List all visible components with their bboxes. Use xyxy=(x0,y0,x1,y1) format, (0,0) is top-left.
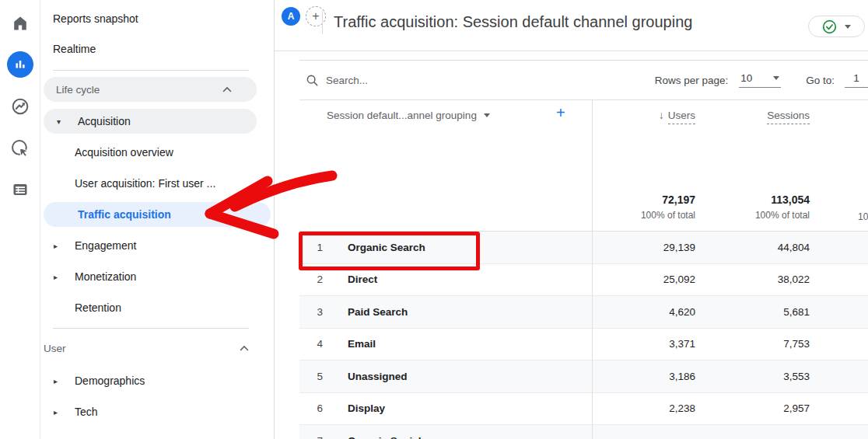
go-to-input[interactable]: 1 xyxy=(845,72,868,88)
search-input[interactable]: Search... xyxy=(326,75,368,86)
column-header-label: Users xyxy=(668,110,695,124)
column-header-label: Sessions xyxy=(767,110,810,124)
page-title: Traffic acquisition: Session default cha… xyxy=(334,13,692,31)
row-sessions: 2,957 xyxy=(783,402,810,414)
totals-sessions: 113,054 100% of total xyxy=(755,193,810,221)
totals-users: 72,197 100% of total xyxy=(641,193,695,221)
reports-sidebar: Reports snapshot Realtime Life cycle ▾ A… xyxy=(40,0,275,439)
advertising-icon xyxy=(10,138,30,159)
go-to-label: Go to: xyxy=(806,75,835,86)
totals-sessions-value: 113,054 xyxy=(755,193,810,206)
table-row[interactable]: 7 Organic Social xyxy=(299,425,868,439)
rail-item-reports[interactable] xyxy=(0,51,40,78)
row-channel: Organic Search xyxy=(348,242,425,253)
sidebar-item-acquisition-overview[interactable]: Acquisition overview xyxy=(40,140,274,165)
sidebar-item-tech[interactable]: ▸Tech xyxy=(40,399,274,424)
expand-triangle-icon: ▸ xyxy=(54,273,63,281)
row-channel: Direct xyxy=(348,274,377,285)
table-row[interactable]: 3 Paid Search 4,620 5,681 xyxy=(299,296,868,329)
table-row[interactable]: 2 Direct 25,092 38,022 xyxy=(299,264,868,297)
totals-clipped-column: 10 xyxy=(858,211,868,222)
row-rank: 2 xyxy=(299,274,323,285)
sidebar-item-label: Acquisition xyxy=(78,115,131,127)
rows-per-page-label: Rows per page: xyxy=(655,75,729,86)
table-toolbar: Search... Rows per page: 10 Go to: 1 xyxy=(299,61,868,100)
app-rail xyxy=(0,0,40,439)
sidebar-item-label: Acquisition overview xyxy=(75,146,173,159)
section-label: Life cycle xyxy=(56,84,100,96)
rail-item-advertising[interactable] xyxy=(0,138,40,159)
sidebar-item-label: Engagement xyxy=(75,239,136,252)
table-row[interactable]: 1 Organic Search 29,139 44,804 xyxy=(299,232,868,264)
column-header-users[interactable]: ↓ Users xyxy=(659,110,695,124)
sidebar-item-label: Monetization xyxy=(75,270,136,283)
rows-per-page-value: 10 xyxy=(740,72,752,84)
data-quality-dropdown[interactable] xyxy=(808,16,865,37)
sidebar-item-realtime[interactable]: Realtime xyxy=(40,37,274,61)
dimension-header-dropdown[interactable]: Session default...annel grouping xyxy=(327,110,490,121)
totals-users-value: 72,197 xyxy=(641,193,695,206)
rail-item-home[interactable] xyxy=(0,14,40,33)
chevron-down-icon xyxy=(845,25,851,29)
collapse-triangle-icon: ▾ xyxy=(57,117,66,126)
expand-triangle-icon: ▸ xyxy=(54,377,63,385)
sidebar-section-life-cycle[interactable]: Life cycle xyxy=(44,77,257,102)
sidebar-item-label-active: Traffic acquisition xyxy=(78,208,171,221)
row-channel: Display xyxy=(348,402,385,414)
row-rank: 7 xyxy=(299,435,323,439)
dimension-header-label: Session default...annel grouping xyxy=(327,110,477,121)
chevron-down-icon xyxy=(484,113,490,117)
add-comparison-button[interactable]: + xyxy=(306,6,326,26)
table-row[interactable]: 5 Unassigned 3,186 3,553 xyxy=(299,361,868,393)
avatar[interactable]: A xyxy=(282,7,300,26)
column-divider xyxy=(592,100,593,439)
row-users: 3,186 xyxy=(669,371,695,382)
rail-item-library[interactable] xyxy=(0,180,40,199)
table-row[interactable]: 6 Display 2,238 2,957 xyxy=(299,393,868,426)
rows-per-page-select[interactable]: 10 xyxy=(739,72,781,88)
header-divider xyxy=(322,11,323,34)
row-channel: Unassigned xyxy=(348,371,408,382)
sidebar-item-traffic-acquisition[interactable]: Traffic acquisition xyxy=(44,202,271,227)
reports-active-circle xyxy=(7,51,33,78)
row-rank: 6 xyxy=(299,402,323,414)
row-rank: 1 xyxy=(299,242,323,253)
row-users: 3,371 xyxy=(669,338,695,350)
home-icon xyxy=(11,14,30,33)
sidebar-item-label: Realtime xyxy=(53,43,96,55)
table-row[interactable]: 4 Email 3,371 7,753 xyxy=(299,329,868,361)
sidebar-item-label: Reports snapshot xyxy=(53,12,138,25)
sidebar-item-reports-snapshot[interactable]: Reports snapshot xyxy=(40,6,274,31)
add-column-button[interactable]: + xyxy=(556,104,565,122)
sort-descending-icon: ↓ xyxy=(659,110,664,121)
expand-triangle-icon: ▸ xyxy=(54,242,63,250)
chevron-up-icon xyxy=(240,345,249,351)
row-users: 29,139 xyxy=(663,242,695,253)
library-icon xyxy=(11,180,30,199)
sidebar-item-monetization[interactable]: ▸Monetization xyxy=(40,264,274,289)
sidebar-divider xyxy=(53,70,249,71)
sidebar-item-demographics[interactable]: ▸Demographics xyxy=(40,368,274,393)
rail-item-explore[interactable] xyxy=(0,96,40,117)
row-sessions: 7,753 xyxy=(783,338,810,350)
sidebar-item-label: Demographics xyxy=(75,375,145,387)
sidebar-item-label: Retention xyxy=(75,301,121,314)
sidebar-item-user-acquisition[interactable]: User acquisition: First user ... xyxy=(40,171,274,196)
row-sessions: 44,804 xyxy=(778,242,810,253)
bar-chart-icon xyxy=(13,57,27,71)
row-sessions: 38,022 xyxy=(778,274,810,285)
verified-check-icon xyxy=(822,19,837,34)
sidebar-item-acquisition[interactable]: ▾ Acquisition xyxy=(44,109,257,134)
sidebar-item-retention[interactable]: Retention xyxy=(40,295,274,320)
row-users: 4,620 xyxy=(669,306,695,318)
sidebar-item-engagement[interactable]: ▸Engagement xyxy=(40,233,274,258)
row-users: 2,238 xyxy=(669,402,695,414)
chevron-down-icon xyxy=(773,76,779,80)
report-table: Search... Rows per page: 10 Go to: 1 Ses… xyxy=(299,60,868,439)
explore-icon xyxy=(10,96,30,117)
report-header: A + Traffic acquisition: Session default… xyxy=(275,0,868,51)
row-users: 25,092 xyxy=(663,274,695,285)
sidebar-section-user[interactable]: User xyxy=(40,336,274,361)
column-header-sessions[interactable]: Sessions xyxy=(767,110,810,121)
row-rank: 3 xyxy=(299,306,323,318)
